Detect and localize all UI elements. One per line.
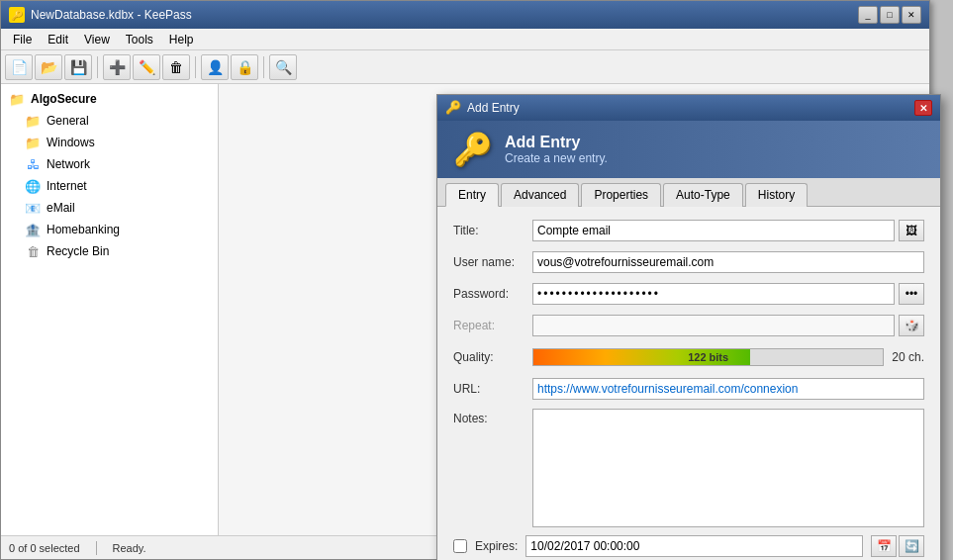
menu-bar: File Edit View Tools Help bbox=[1, 29, 929, 50]
sidebar: 📁 AlgoSecure 📁 General 📁 Windows 🖧 Netwo… bbox=[1, 84, 219, 537]
toolbar-new[interactable]: 📄 bbox=[5, 54, 33, 80]
password-row: Password: ••• bbox=[453, 282, 924, 306]
dialog-title-bar: 🔑 Add Entry ✕ bbox=[437, 95, 940, 121]
title-input-group: 🖼 bbox=[532, 220, 924, 241]
url-input[interactable] bbox=[532, 378, 924, 400]
toolbar-sep1 bbox=[97, 56, 98, 78]
generate-password-button[interactable]: 🎲 bbox=[899, 315, 924, 336]
main-window: 🔑 NewDatabase.kdbx - KeePass _ □ ✕ File … bbox=[0, 0, 930, 560]
sidebar-item-label-general: General bbox=[47, 114, 89, 128]
dialog-header-icon: 🔑 bbox=[453, 131, 493, 168]
toolbar-edit[interactable]: ✏️ bbox=[133, 54, 160, 80]
username-label: User name: bbox=[453, 255, 532, 269]
password-input[interactable] bbox=[532, 283, 895, 305]
expires-row: Expires: 📅 🔄 bbox=[453, 535, 924, 557]
menu-edit[interactable]: Edit bbox=[40, 31, 76, 48]
minimize-button[interactable]: _ bbox=[858, 6, 878, 24]
sidebar-item-recycle[interactable]: 🗑 Recycle Bin bbox=[1, 240, 218, 262]
toolbar-copy-user[interactable]: 👤 bbox=[201, 54, 229, 80]
title-icon-button[interactable]: 🖼 bbox=[899, 220, 924, 241]
sidebar-item-general[interactable]: 📁 General bbox=[1, 110, 218, 132]
notes-row: Notes: bbox=[453, 409, 924, 527]
maximize-button[interactable]: □ bbox=[880, 6, 900, 24]
email-icon: 📧 bbox=[25, 200, 41, 216]
expires-refresh-button[interactable]: 🔄 bbox=[899, 535, 924, 557]
repeat-row: Repeat: 🎲 bbox=[453, 314, 924, 337]
dialog-close-button[interactable]: ✕ bbox=[914, 100, 932, 116]
app-icon: 🔑 bbox=[9, 7, 25, 23]
internet-globe-icon: 🌐 bbox=[25, 178, 41, 194]
expires-label: Expires: bbox=[475, 539, 518, 553]
tab-autotype[interactable]: Auto-Type bbox=[663, 183, 743, 207]
toolbar-sep2 bbox=[195, 56, 196, 78]
toolbar-delete[interactable]: 🗑 bbox=[162, 54, 190, 80]
main-panel: 🔑 Add Entry ✕ 🔑 Add Entry Create a new e… bbox=[219, 84, 929, 537]
tab-history[interactable]: History bbox=[745, 183, 808, 207]
dialog-body: Title: 🖼 User name: Password: bbox=[437, 207, 940, 560]
toolbar-save[interactable]: 💾 bbox=[64, 54, 92, 80]
quality-row: Quality: 122 bits 20 ch. bbox=[453, 345, 924, 369]
homebanking-icon: 🏦 bbox=[25, 222, 41, 237]
menu-view[interactable]: View bbox=[76, 31, 118, 48]
sidebar-item-label-windows: Windows bbox=[47, 136, 95, 149]
sidebar-item-email[interactable]: 📧 eMail bbox=[1, 197, 218, 219]
status-text: Ready. bbox=[113, 542, 146, 554]
status-sep bbox=[96, 541, 97, 555]
dialog-title-text: Add Entry bbox=[467, 101, 914, 115]
expires-input[interactable] bbox=[525, 535, 863, 557]
menu-help[interactable]: Help bbox=[161, 31, 202, 48]
sidebar-root[interactable]: 📁 AlgoSecure bbox=[1, 88, 218, 110]
network-icon: 🖧 bbox=[25, 156, 41, 172]
menu-file[interactable]: File bbox=[5, 31, 40, 48]
add-entry-dialog: 🔑 Add Entry ✕ 🔑 Add Entry Create a new e… bbox=[436, 94, 941, 560]
quality-bar-bg: 122 bits bbox=[532, 348, 884, 366]
title-row: Title: 🖼 bbox=[453, 219, 924, 242]
repeat-label: Repeat: bbox=[453, 319, 532, 332]
show-password-button[interactable]: ••• bbox=[899, 283, 924, 305]
close-button[interactable]: ✕ bbox=[902, 6, 921, 24]
dialog-tabs: Entry Advanced Properties Auto-Type Hist… bbox=[437, 178, 940, 207]
main-window-title: NewDatabase.kdbx - KeePass bbox=[31, 8, 858, 22]
password-input-group: ••• bbox=[532, 283, 924, 305]
window-controls: _ □ ✕ bbox=[858, 6, 921, 24]
quality-bar-container: 122 bits bbox=[532, 348, 884, 366]
root-folder-icon: 📁 bbox=[9, 91, 25, 107]
sidebar-item-homebanking[interactable]: 🏦 Homebanking bbox=[1, 219, 218, 240]
expires-checkbox[interactable] bbox=[453, 539, 467, 553]
dialog-header-title: Add Entry bbox=[505, 134, 608, 151]
tab-properties[interactable]: Properties bbox=[581, 183, 661, 207]
url-row: URL: bbox=[453, 377, 924, 401]
tab-entry[interactable]: Entry bbox=[445, 183, 499, 207]
toolbar-open[interactable]: 📂 bbox=[35, 54, 62, 80]
toolbar-search[interactable]: 🔍 bbox=[269, 54, 297, 80]
sidebar-item-network[interactable]: 🖧 Network bbox=[1, 153, 218, 175]
notes-label: Notes: bbox=[453, 409, 532, 425]
recycle-bin-icon: 🗑 bbox=[25, 243, 41, 259]
username-row: User name: bbox=[453, 250, 924, 274]
main-title-bar: 🔑 NewDatabase.kdbx - KeePass _ □ ✕ bbox=[1, 1, 929, 29]
toolbar-add[interactable]: ➕ bbox=[103, 54, 131, 80]
notes-textarea[interactable] bbox=[532, 409, 924, 527]
quality-bar-text: 122 bits bbox=[533, 349, 883, 365]
username-input[interactable] bbox=[532, 251, 924, 273]
general-folder-icon: 📁 bbox=[25, 113, 41, 129]
sidebar-item-windows[interactable]: 📁 Windows bbox=[1, 132, 218, 153]
quality-chars: 20 ch. bbox=[892, 350, 924, 364]
sidebar-item-label-internet: Internet bbox=[47, 179, 87, 193]
repeat-input[interactable] bbox=[532, 315, 895, 336]
toolbar-copy-pass[interactable]: 🔒 bbox=[231, 54, 258, 80]
repeat-input-group: 🎲 bbox=[532, 315, 924, 336]
menu-tools[interactable]: Tools bbox=[118, 31, 161, 48]
title-label: Title: bbox=[453, 224, 532, 237]
tab-advanced[interactable]: Advanced bbox=[501, 183, 579, 207]
dialog-header-subtitle: Create a new entry. bbox=[505, 151, 608, 165]
dialog-header-text: Add Entry Create a new entry. bbox=[505, 134, 608, 165]
sidebar-item-label-homebanking: Homebanking bbox=[47, 223, 120, 236]
sidebar-item-internet[interactable]: 🌐 Internet bbox=[1, 175, 218, 197]
expires-calendar-button[interactable]: 📅 bbox=[871, 535, 897, 557]
sidebar-item-label-email: eMail bbox=[47, 201, 75, 215]
sidebar-root-label: AlgoSecure bbox=[31, 92, 97, 106]
toolbar-sep3 bbox=[263, 56, 264, 78]
toolbar: 📄 📂 💾 ➕ ✏️ 🗑 👤 🔒 🔍 bbox=[1, 50, 929, 84]
title-input[interactable] bbox=[532, 220, 895, 241]
